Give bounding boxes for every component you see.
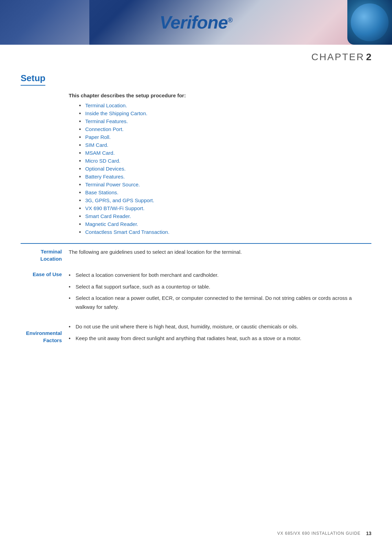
page-footer: VX 685/VX 690 Installation Guide 13 [0,531,392,536]
gps-support-link[interactable]: 3G, GPRS, and GPS Support. [85,197,154,203]
header-banner: Verifone® [0,0,392,45]
optional-devices-link[interactable]: Optional Devices. [85,166,126,172]
verifone-logo: Verifone® [160,12,233,33]
environmental-factors-content: Do not use the unit where there is high … [69,322,371,345]
sim-card-link[interactable]: SIM Card. [85,142,109,148]
list-item[interactable]: Battery Features. [79,174,371,180]
wifi-support-link[interactable]: VX 690 BT/Wi-Fi Support. [85,205,145,211]
list-item[interactable]: Terminal Features. [79,118,371,124]
logo-text: Verifone [160,12,228,32]
list-item[interactable]: SIM Card. [79,142,371,148]
contactless-link[interactable]: Contactless Smart Card Transaction. [85,229,169,235]
env-label-text: Environmental Factors [26,330,62,343]
environmental-factors-section: Environmental Factors Do not use the uni… [21,322,371,345]
list-item: Keep the unit away from direct sunlight … [69,334,371,343]
terminal-location-content: The following are guidelines used to sel… [69,248,371,262]
list-item[interactable]: Smart Card Reader. [79,213,371,219]
list-item[interactable]: Micro SD Card. [79,158,371,164]
ease-of-use-label: Ease of Use [21,271,69,314]
footer-page: 13 [366,531,371,536]
environmental-factors-list: Do not use the unit where there is high … [69,322,371,343]
terminal-location-label: Terminal Location [21,248,69,262]
shipping-carton-link[interactable]: Inside the Shipping Carton. [85,110,147,116]
chapter-area: Chapter 2 [0,45,392,66]
setup-intro: This chapter describes the setup procedu… [69,93,371,98]
setup-heading: Setup [21,73,45,86]
magnetic-card-reader-link[interactable]: Magnetic Card Reader. [85,221,138,227]
globe-graphic [351,3,389,41]
terminal-location-section: Terminal Location The following are guid… [21,243,371,262]
list-item[interactable]: Paper Roll. [79,134,371,140]
list-item[interactable]: Connection Port. [79,126,371,132]
environmental-factors-label: Environmental Factors [21,322,69,345]
paper-roll-link[interactable]: Paper Roll. [85,134,111,140]
keypad-decoration [0,0,89,45]
list-item: Select a location convenient for both me… [69,271,371,280]
main-content: Setup This chapter describes the setup p… [0,66,392,359]
list-item[interactable]: 3G, GPRS, and GPS Support. [79,197,371,203]
list-item: Select a flat support surface, such as a… [69,282,371,291]
micro-sd-link[interactable]: Micro SD Card. [85,158,121,164]
ease-of-use-list: Select a location convenient for both me… [69,271,371,311]
list-item[interactable]: VX 690 BT/Wi-Fi Support. [79,205,371,211]
list-item[interactable]: Terminal Location. [79,102,371,108]
ease-of-use-section: Ease of Use Select a location convenient… [21,271,371,314]
chapter-label: Chapter [311,52,365,62]
logo-reg: ® [228,16,233,24]
terminal-location-link[interactable]: Terminal Location. [85,102,127,108]
connection-port-link[interactable]: Connection Port. [85,126,124,132]
list-item[interactable]: MSAM Card. [79,150,371,156]
list-item: Select a location near a power outlet, E… [69,294,371,311]
terminal-features-link[interactable]: Terminal Features. [85,118,128,124]
setup-bullet-list: Terminal Location. Inside the Shipping C… [79,102,371,235]
list-item[interactable]: Terminal Power Source. [79,182,371,187]
footer-text: VX 685/VX 690 Installation Guide [277,531,360,536]
smart-card-reader-link[interactable]: Smart Card Reader. [85,213,131,219]
list-item[interactable]: Optional Devices. [79,166,371,172]
battery-features-link[interactable]: Battery Features. [85,174,125,180]
base-stations-link[interactable]: Base Stations. [85,189,119,195]
list-item[interactable]: Magnetic Card Reader. [79,221,371,227]
chapter-number: 2 [366,52,371,62]
list-item[interactable]: Contactless Smart Card Transaction. [79,229,371,235]
power-source-link[interactable]: Terminal Power Source. [85,182,140,187]
list-item[interactable]: Inside the Shipping Carton. [79,110,371,116]
ease-of-use-content: Select a location convenient for both me… [69,271,371,314]
msam-card-link[interactable]: MSAM Card. [85,150,115,156]
terminal-location-label-text: Terminal Location [41,249,62,262]
list-item: Do not use the unit where there is high … [69,322,371,331]
list-item[interactable]: Base Stations. [79,189,371,195]
terminal-location-description: The following are guidelines used to sel… [69,248,371,256]
globe-area [347,0,392,45]
